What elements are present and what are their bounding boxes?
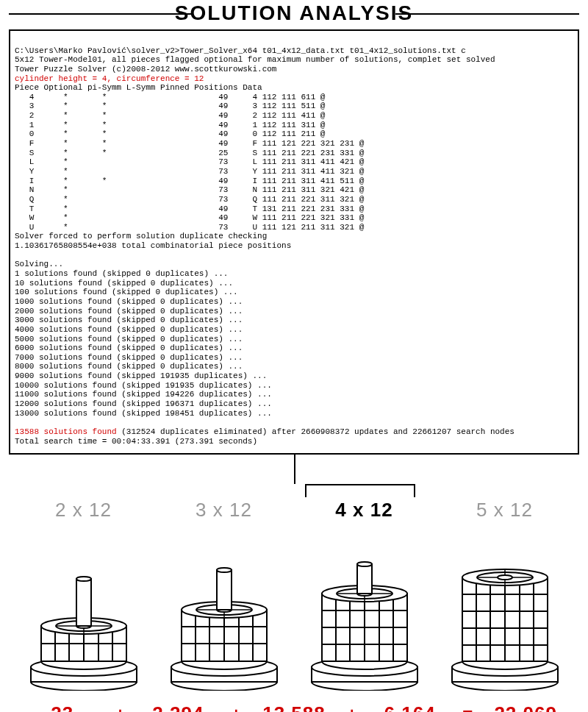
tower-4x12 (294, 544, 434, 691)
copyright-line: Tower Puzzle Solver (c)2008-2012 www.sco… (15, 65, 276, 74)
progress-line: 13000 solutions found (skipped 198451 du… (15, 409, 272, 418)
piece-row: 0 * * 49 0 112 111 211 @ (15, 129, 325, 138)
svg-point-36 (217, 568, 232, 572)
result-detail: (312524 duplicates eliminated) after 266… (117, 427, 514, 436)
piece-row: 1 * * 49 1 112 111 311 @ (15, 121, 325, 129)
plus-op: + (112, 704, 129, 712)
progress-line: 8000 solutions found (skipped 0 duplicat… (15, 362, 243, 371)
count-total: 22 069 (476, 702, 575, 712)
count-5x12: 6 164 (361, 702, 459, 712)
count-4x12: 13 588 (245, 702, 343, 712)
plus-op: + (227, 704, 245, 712)
progress-line: 5000 solutions found (skipped 0 duplicat… (15, 335, 243, 343)
progress-line: 1000 solutions found (skipped 0 duplicat… (15, 297, 243, 306)
piece-row: F * * 49 F 111 121 221 321 231 @ (15, 139, 364, 148)
size-label-3x12: 3 x 12 (154, 499, 294, 521)
piece-row: Q * 73 Q 111 211 221 311 321 @ (15, 195, 364, 204)
piece-row: 2 * * 49 2 112 111 411 @ (15, 111, 325, 120)
plus-op: + (343, 704, 361, 712)
tower-2x12 (13, 544, 154, 691)
rule-right (395, 13, 579, 15)
progress-line: 6000 solutions found (skipped 0 duplicat… (15, 343, 243, 352)
rule-left (9, 13, 193, 15)
piece-row: N * 73 N 111 211 311 321 421 @ (15, 185, 364, 194)
combinatorial-line: 1.10361765808554e+038 total combinatoria… (15, 241, 291, 250)
cylinder-params: cylinder height = 4, circumference = 12 (15, 74, 204, 83)
progress-line: 11000 solutions found (skipped 194226 du… (15, 390, 272, 399)
tower-5x12 (434, 544, 575, 691)
svg-point-75 (498, 575, 512, 580)
table-header: Piece Optional pi-Symm L-Symm Pinned Pos… (15, 83, 262, 92)
piece-row: L * 73 L 111 211 311 411 421 @ (15, 157, 364, 166)
solving-line: Solving... (15, 260, 63, 268)
equals-op: = (459, 704, 476, 712)
progress-line: 100 solutions found (skipped 0 duplicate… (15, 288, 238, 296)
svg-rect-35 (217, 570, 232, 610)
equation-row: 23 + 2 294 + 13 588 + 6 164 = 22 069 (0, 691, 588, 712)
size-label-5x12: 5 x 12 (434, 499, 575, 521)
progress-line: 10000 solutions found (skipped 191935 du… (15, 381, 272, 390)
piece-row: I * * 49 I 111 211 311 411 511 @ (15, 177, 364, 185)
progress-line: 10 solutions found (skipped 0 duplicates… (15, 279, 233, 288)
tower-icon (306, 544, 423, 691)
search-time: Total search time = 00:04:33.391 (273.39… (15, 437, 257, 446)
piece-row: 4 * * 49 4 112 111 611 @ (15, 93, 325, 102)
piece-row: 3 * * 49 3 112 111 511 @ (15, 102, 325, 110)
size-labels-row: 2 x 12 3 x 12 4 x 12 5 x 12 (0, 499, 588, 521)
svg-rect-55 (357, 564, 372, 594)
size-label-2x12: 2 x 12 (13, 499, 154, 521)
result-count: 13588 solutions found (15, 427, 117, 436)
progress-line: 3000 solutions found (skipped 0 duplicat… (15, 316, 243, 324)
progress-line: 9000 solutions found (skipped 191935 dup… (15, 371, 267, 380)
svg-point-56 (357, 562, 372, 566)
progress-line: 2000 solutions found (skipped 0 duplicat… (15, 307, 243, 316)
piece-row: W * 49 W 111 211 221 321 331 @ (15, 213, 364, 222)
page-title: SOLUTION ANALYSIS (168, 1, 420, 25)
title-bar: SOLUTION ANALYSIS (0, 1, 588, 25)
tower-icon (25, 544, 143, 691)
tower-icon (165, 544, 283, 691)
piece-row: U * 73 U 111 121 211 311 321 @ (15, 223, 364, 232)
svg-rect-16 (76, 579, 91, 626)
piece-row: T * 49 T 131 211 221 231 331 @ (15, 204, 364, 213)
cmd-line: C:\Users\Marko Pavlović\solver_v2>Tower_… (15, 46, 466, 55)
towers-row (0, 521, 588, 691)
count-2x12: 23 (13, 702, 112, 712)
solver-note: Solver forced to perform solution duplic… (15, 232, 267, 241)
progress-line: 1 solutions found (skipped 0 duplicates)… (15, 269, 228, 278)
piece-row: Y * 73 Y 111 211 311 411 321 @ (15, 167, 364, 176)
progress-line: 12000 solutions found (skipped 196371 du… (15, 399, 272, 408)
svg-point-17 (76, 577, 91, 581)
tower-icon (446, 544, 564, 691)
connector-lines (0, 455, 588, 499)
progress-line: 4000 solutions found (skipped 0 duplicat… (15, 325, 243, 334)
size-label-4x12: 4 x 12 (294, 499, 434, 521)
piece-row: S * * 25 S 111 211 221 231 331 @ (15, 149, 364, 157)
count-3x12: 2 294 (129, 702, 228, 712)
tower-3x12 (154, 544, 294, 691)
console-output: C:\Users\Marko Pavlović\solver_v2>Tower_… (9, 29, 579, 455)
desc-line: 5x12 Tower-Model01, all pieces flagged o… (15, 55, 495, 64)
progress-line: 7000 solutions found (skipped 0 duplicat… (15, 353, 243, 362)
